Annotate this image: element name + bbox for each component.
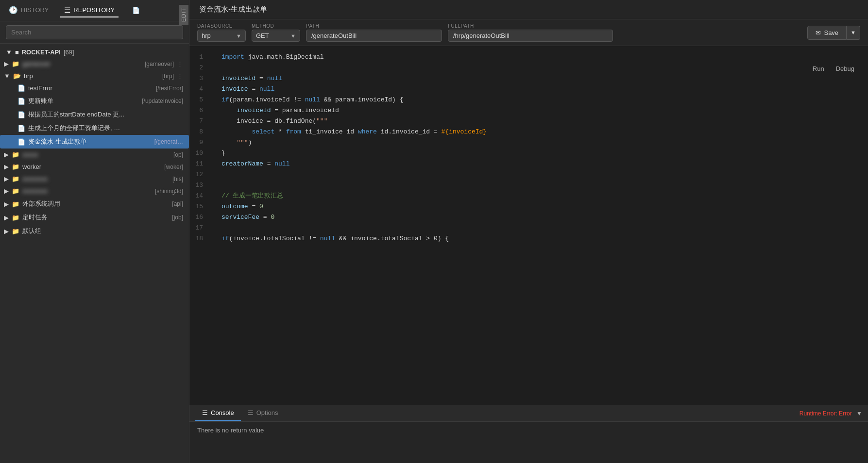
testerror-label: testError (28, 84, 151, 92)
folder-icon2: 📁 (12, 151, 19, 158)
tree-item-employee[interactable]: 📄 根据员工的startDate endDate 更... (0, 108, 189, 121)
save-dropdown-button[interactable]: ▼ (847, 26, 860, 40)
search-bar (0, 21, 189, 44)
more-icon-hrp[interactable]: ⋮ (177, 72, 183, 80)
line-numbers: 12345 678910 1112131415 161718 (189, 46, 214, 405)
tree-item-updateinvoice[interactable]: 📄 更新账单 [/updateInvoice] (0, 94, 189, 108)
path-label: PATH (306, 23, 442, 29)
api-label: 外部系统调用 (22, 199, 167, 208)
path-input[interactable] (306, 30, 442, 42)
method-group: METHOD GET ▼ (252, 23, 300, 42)
blurred1-label: xxxxx (22, 151, 169, 158)
folder-icon: 📁 (12, 60, 19, 67)
folder-icon6: 📁 (12, 200, 19, 208)
generate-out-bill-label: 资金流水-生成出款单 (28, 137, 150, 146)
tab-console[interactable]: ☰ Console (195, 405, 241, 421)
code-line-8: select * from ti_invoice id where id.inv… (214, 127, 868, 137)
status-dropdown[interactable]: ▼ (856, 410, 862, 417)
search-input[interactable] (6, 25, 183, 39)
code-line-7: invoice = db.findOne(""" (214, 116, 868, 127)
folder-icon7: 📁 (12, 214, 19, 221)
updateinvoice-label: 更新账单 (28, 97, 137, 105)
datasource-value: hrp (202, 32, 211, 39)
file-icon: 📄 (17, 84, 25, 92)
fullpath-input[interactable] (448, 30, 613, 42)
main-title: 资金流水-生成出款单 (189, 0, 868, 19)
file-icon4: 📄 (17, 125, 25, 132)
datasource-chevron: ▼ (236, 33, 241, 39)
history-icon: 🕑 (9, 6, 18, 15)
tree-item-job[interactable]: ▶ 📁 定时任务 [job] (0, 211, 189, 224)
hrp-path: [hrp] (162, 73, 174, 80)
save-label: Save (824, 29, 838, 36)
chevron-right-icon8: ▶ (4, 228, 9, 235)
blurred2-label: xxxxxxxx (22, 175, 168, 182)
code-line-17 (214, 223, 868, 233)
tree-item-monthly[interactable]: 📄 生成上个月的全部工资单记录, … (0, 121, 189, 135)
tab-options[interactable]: ☰ Options (241, 405, 285, 421)
bottom-panel: ☰ Console ☰ Options Runtime Error: Error… (189, 405, 868, 463)
code-line-16: serviceFee = 0 (214, 212, 868, 223)
chevron-right-icon6: ▶ (4, 200, 9, 208)
tree-item-testerror[interactable]: 📄 testError [/testError] (0, 82, 189, 94)
employee-label: 根据员工的startDate endDate 更... (28, 110, 183, 119)
options-tab-label: Options (256, 409, 278, 416)
tree-item-gameover[interactable]: ▶ 📁 gameover [gameover] ⋮ (0, 58, 189, 70)
datasource-select[interactable]: hrp ▼ (197, 30, 246, 42)
code-line-5: if(param.invoiceId != null && param.invo… (214, 95, 868, 105)
tree-item-blurred1[interactable]: ▶ 📁 xxxxx [op] (0, 149, 189, 161)
code-line-2 (214, 63, 868, 73)
folder-icon8: 📁 (12, 228, 19, 235)
code-content[interactable]: import java.math.BigDecimal invoiceId = … (214, 46, 868, 405)
method-value: GET (256, 32, 269, 39)
tab-repository[interactable]: ☰ REPOSITORY (60, 4, 119, 17)
save-button[interactable]: ✉ Save (807, 26, 847, 40)
toolbar: DATASOURCE hrp ▼ METHOD GET ▼ PATH FULLP… (189, 19, 868, 46)
edit-tab[interactable]: EDIT (179, 5, 188, 25)
more-icon[interactable]: ⋮ (177, 60, 183, 67)
tree-root[interactable]: ▼ ■ ROCKET-API [69] (0, 47, 189, 58)
tree-item-default[interactable]: ▶ 📁 默认组 (0, 224, 189, 238)
sidebar-header: 🕑 HISTORY ☰ REPOSITORY 📄 ❮ (0, 0, 189, 21)
tree-item-shining3d[interactable]: ▶ 📁 xxxxxxxx [shining3d] (0, 185, 189, 197)
file-icon3: 📄 (17, 111, 25, 118)
updateinvoice-path: [/updateInvoice] (142, 98, 183, 104)
tree-item-api[interactable]: ▶ 📁 外部系统调用 [api] (0, 197, 189, 211)
code-line-11: creatorName = null (214, 159, 868, 169)
generate-out-bill-path: [/generat… (154, 138, 183, 145)
gameover-path: [gameover] (145, 61, 174, 67)
sidebar: 🕑 HISTORY ☰ REPOSITORY 📄 ❮ ▼ ■ ROCKET-AP… (0, 0, 189, 463)
datasource-label: DATASOURCE (197, 23, 246, 29)
monthly-label: 生成上个月的全部工资单记录, … (28, 124, 183, 132)
job-label: 定时任务 (22, 213, 167, 222)
options-icon: ☰ (248, 409, 254, 416)
bottom-tabs: ☰ Console ☰ Options Runtime Error: Error… (189, 405, 868, 422)
code-line-14: // 生成一笔出款汇总 (214, 191, 868, 201)
method-select[interactable]: GET ▼ (252, 30, 300, 42)
tab-history-label: HISTORY (21, 6, 49, 14)
tree-item-generate-out-bill[interactable]: 📄 资金流水-生成出款单 [/generat… (0, 135, 189, 149)
run-button[interactable]: Run (809, 63, 828, 74)
code-line-3: invoiceId = null (214, 73, 868, 84)
chevron-right-icon2: ▶ (4, 151, 9, 158)
tree-item-worker[interactable]: ▶ 📁 worker [woker] (0, 161, 189, 173)
tree-item-hrp[interactable]: ▼ 📂 hrp [hrp] ⋮ (0, 70, 189, 82)
bottom-content: There is no return value (189, 422, 868, 439)
api-path: [api] (172, 200, 183, 207)
code-line-18: if(invoice.totalSocial != null && invoic… (214, 233, 868, 244)
code-line-6: invoiceId = param.invoiceId (214, 105, 868, 116)
code-line-12 (214, 169, 868, 180)
doc-icon-button[interactable]: 📄 (128, 5, 144, 16)
tab-history[interactable]: 🕑 HISTORY (5, 4, 52, 17)
datasource-group: DATASOURCE hrp ▼ (197, 23, 246, 42)
code-actions: Run Debug (809, 63, 858, 74)
tree-item-blurred2[interactable]: ▶ 📁 xxxxxxxx [his] (0, 173, 189, 185)
debug-button[interactable]: Debug (832, 63, 858, 74)
chevron-right-icon7: ▶ (4, 214, 9, 221)
folder-icon5: 📁 (12, 187, 19, 195)
blurred1-path: [op] (173, 151, 183, 158)
bottom-status: Runtime Error: Error ▼ (800, 406, 862, 421)
folder-icon4: 📁 (12, 175, 19, 182)
gameover-label: gameover (22, 60, 140, 67)
path-group: PATH (306, 23, 442, 42)
